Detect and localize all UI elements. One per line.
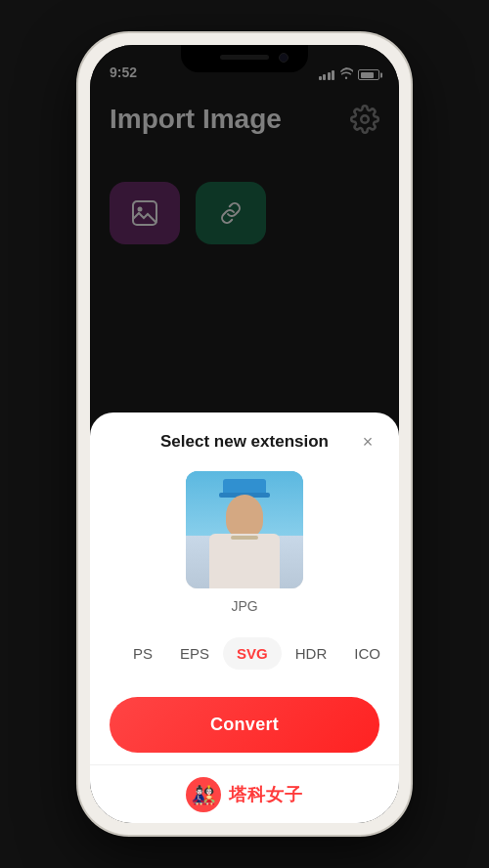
photo-simulation xyxy=(186,471,303,588)
format-option-EPS[interactable]: EPS xyxy=(166,637,223,670)
phone-screen: 9:52 xyxy=(90,45,399,823)
image-preview xyxy=(186,471,303,588)
format-option-PS[interactable]: PS xyxy=(119,637,166,670)
bottom-branding: 🎎 塔科女子 xyxy=(90,764,399,823)
modal-sheet: Select new extension × xyxy=(90,412,399,823)
close-button[interactable]: × xyxy=(356,430,379,454)
modal-header: Select new extension × xyxy=(110,432,379,452)
modal-overlay: Select new extension × xyxy=(90,45,399,823)
format-option-SVG[interactable]: SVG xyxy=(223,637,282,670)
modal-title: Select new extension xyxy=(160,432,329,452)
brand-text: 塔科女子 xyxy=(229,783,303,806)
image-preview-container: JPG xyxy=(110,471,379,614)
convert-button[interactable]: Convert xyxy=(110,697,379,753)
brand-mascot-icon: 🎎 xyxy=(186,777,221,812)
phone-frame: 9:52 xyxy=(78,33,411,835)
format-option-HDR[interactable]: HDR xyxy=(282,637,341,670)
format-options: PS EPS SVG HDR ICO xyxy=(110,637,379,670)
format-option-ICO[interactable]: ICO xyxy=(340,637,394,670)
image-format-label: JPG xyxy=(231,598,257,614)
